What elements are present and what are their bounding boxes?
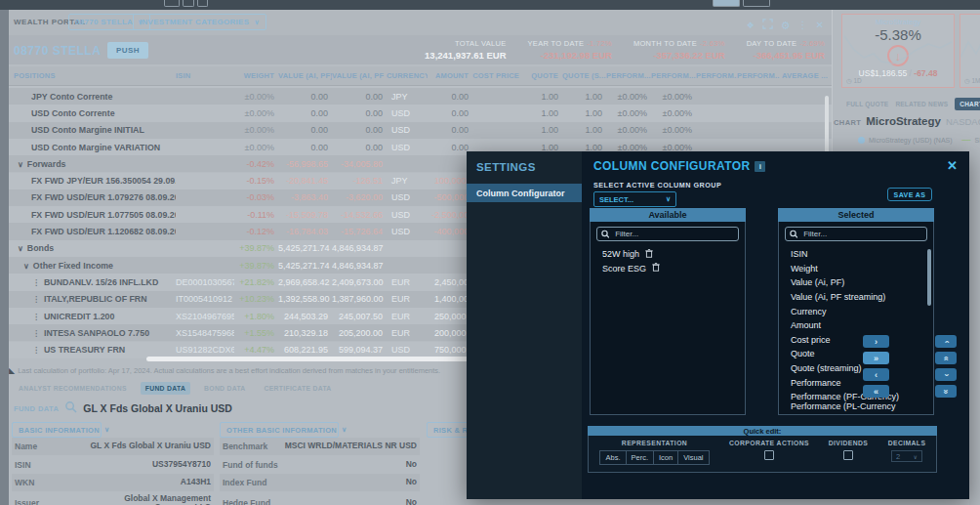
sidebar-item-column-configurator[interactable]: Column Configurator [467,184,582,202]
account-title: 08770 STELLA [14,44,101,58]
selected-item[interactable]: ISIN [779,247,933,262]
move-down-button[interactable]: › [935,368,957,381]
representation-option-icon[interactable]: Icon [653,450,677,465]
selected-item[interactable]: Value (Ai, PF) [779,275,933,290]
corporate-actions-checkbox[interactable] [764,450,774,460]
partial-button[interactable] [197,0,208,7]
move-bottom-button[interactable]: » [935,385,957,398]
partial-toggle[interactable] [743,0,770,7]
categories-dropdown[interactable]: INVESTMENT CATEGORIES∨ [133,14,266,30]
column-header[interactable]: QUOTE (S... [562,71,606,80]
drag-handle-icon[interactable]: ⋮ [32,313,40,321]
drag-handle-icon[interactable]: ⋮ [32,278,40,287]
selected-item[interactable]: Weight [779,262,933,276]
selected-item[interactable]: Performance [779,375,933,390]
column-header[interactable]: AVERAGE ... [780,71,832,80]
move-right-button[interactable]: › [863,335,889,348]
selected-item[interactable]: Performance (PL-Currency streaming) [779,404,933,412]
selected-filter-input[interactable] [801,229,922,239]
column-header[interactable]: ISIN [176,71,234,80]
close-icon[interactable]: ✕ [947,158,958,173]
selected-item[interactable]: Amount [779,318,933,333]
list-scrollbar[interactable] [927,249,931,306]
close-icon[interactable]: ✕ [816,20,824,31]
sidebar-tab-chart[interactable]: CHART [955,98,980,110]
search-icon [601,230,609,238]
total-label: DAY TO DATE-2.69% [747,39,825,48]
column-header[interactable]: POSITIONS [14,71,176,80]
drag-handle-icon[interactable]: ⋮ [32,346,40,355]
partial-button[interactable] [164,0,180,7]
expand-icon[interactable] [762,19,773,31]
cell-p2: ±0.00% [651,108,696,118]
save-as-button[interactable]: SAVE AS [887,188,932,201]
trash-icon[interactable] [652,263,660,274]
move-up-button[interactable]: › [935,335,957,348]
widgets-icon[interactable]: ❖ [747,20,755,31]
drag-handle-icon[interactable]: ⋮ [32,329,40,338]
column-header[interactable]: PERFORM... [696,71,737,80]
column-header[interactable]: VALUE (AI, PF) [278,71,332,80]
gear-icon[interactable]: ⚙ [781,20,791,31]
card-period: ◷ 1M [964,77,980,85]
column-group-select[interactable]: SELECT...∨ [593,191,676,207]
field-label: WKN [15,478,34,487]
tab-certificate-data[interactable]: CERTIFICATE DATA [260,382,337,395]
column-header[interactable]: PERFORM... [737,71,780,80]
available-filter-input[interactable] [613,229,734,239]
chevron-down-icon[interactable]: ∨ [18,160,23,169]
tab-bond-data[interactable]: BOND DATA [199,382,250,395]
table-row[interactable]: USD Conto Margine INITIAL±0.00%0.000.00U… [9,122,832,139]
dividends-checkbox[interactable] [843,450,853,460]
column-header[interactable]: PERFORM... [606,71,651,80]
column-header[interactable]: QUOTE [523,71,562,80]
cell-v1: 244,503.29 [278,312,332,321]
cell-ccy: EUR [387,294,428,304]
available-panel: Available 52W highScore ESG [590,208,746,415]
table-row[interactable]: USD Conto Corrente±0.00%0.000.00USD0.001… [9,105,832,121]
move-top-button[interactable]: » [935,352,957,364]
column-header[interactable]: VALUE (AI, PF ... [332,71,387,80]
column-header[interactable]: AMOUNT [428,71,472,80]
field-label: Hedge Fund [223,498,270,505]
column-header[interactable]: WEIGHT [234,71,278,80]
push-button[interactable]: PUSH [107,42,148,59]
column-header[interactable]: COST PRICE [472,71,523,80]
drag-handle-icon[interactable]: ⋮ [32,295,40,304]
selected-item[interactable]: Currency [779,304,933,318]
info-icon[interactable]: i [755,161,765,172]
selected-item[interactable]: Value (Ai, PF streaming) [779,290,933,305]
fund-search-value[interactable]: GL X Fds Global X Uraniu USD [83,402,232,414]
calculation-footnote: ◣Last calculation of portfolio: Apr 17, … [9,366,440,375]
sidebar-tab-related-news[interactable]: RELATED NEWS [895,101,948,107]
column-header[interactable]: CURRENCY [387,71,428,80]
representation-option-abs[interactable]: Abs. [599,450,625,465]
representation-option-perc[interactable]: Perc. [626,450,654,465]
column-header[interactable]: PERFORM... [651,71,696,80]
chevron-down-icon[interactable]: ∨ [18,244,23,253]
kebab-icon[interactable]: ⋮ [798,20,808,31]
sidebar-tab-full-quote[interactable]: FULL QUOTE [846,101,888,107]
chevron-down-icon[interactable]: ∨ [23,262,29,271]
tab-analyst-recommendations[interactable]: ANALYST RECOMMENDATIONS [14,382,132,395]
move-all-left-button[interactable]: « [863,385,889,398]
move-all-right-button[interactable]: » [863,352,889,364]
selected-item[interactable]: Cost price [779,333,933,348]
selected-item[interactable]: Quote [779,347,933,361]
representation-option-visual[interactable]: Visual [677,450,709,465]
partial-button[interactable] [183,0,194,7]
instrument-card-partial[interactable]: ◷ 1M [960,14,980,88]
available-item[interactable]: Score ESG [591,262,745,276]
selected-item[interactable]: Quote (streaming) [779,361,933,376]
table-row[interactable]: JPY Conto Corrente±0.00%0.000.00JPY0.001… [9,88,832,105]
other-basic-information-dropdown[interactable]: OTHER BASIC INFORMATION∨ [220,422,339,438]
tab-fund-data[interactable]: FUND DATA [141,382,190,395]
available-item[interactable]: 52W high [591,247,745,262]
basic-information-dropdown[interactable]: BASIC INFORMATION∨ [12,422,102,438]
move-left-button[interactable]: ‹ [863,368,889,381]
decimals-select[interactable]: 2∨ [891,450,922,462]
instrument-card[interactable]: MicroStrategy -5.38% ↓ US$1,186.55 / -67… [841,14,955,88]
vertical-scrollbar[interactable] [825,96,829,156]
trash-icon[interactable] [645,249,653,260]
partial-toggle-active[interactable] [713,0,740,7]
